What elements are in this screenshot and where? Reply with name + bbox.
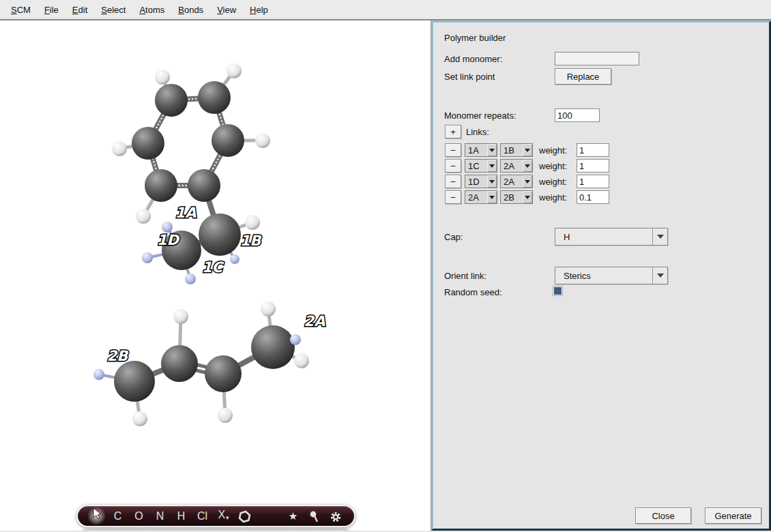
add-monomer-input[interactable] [555, 52, 639, 65]
cap-select[interactable]: H [555, 228, 668, 246]
link-hydrogen-atom [185, 274, 196, 284]
element-button-c[interactable]: C [107, 506, 128, 526]
link-from-select[interactable]: 1C [465, 159, 497, 173]
link-hydrogen-atom [93, 369, 104, 380]
link-from-select[interactable]: 1D [465, 175, 497, 188]
link-from-select[interactable]: 1A [465, 143, 497, 157]
chevron-down-icon[interactable] [523, 160, 532, 172]
carbon-atom [212, 124, 244, 157]
menu-file[interactable]: File [38, 1, 66, 18]
molecule-1[interactable]: 1A 1D 1B 1C [112, 63, 270, 284]
element-button-h[interactable]: H [171, 506, 192, 526]
hydrogen-atom [261, 301, 276, 316]
link-to-select[interactable]: 2A [500, 175, 533, 188]
generate-button[interactable]: Generate [705, 507, 761, 524]
carbon-atom [188, 169, 220, 202]
remove-link-button[interactable]: − [445, 175, 461, 188]
element-picker-button[interactable]: X▾ [213, 505, 234, 528]
element-button-n[interactable]: N [149, 506, 171, 526]
hydrogen-atom [132, 411, 147, 426]
hydrogen-atom [294, 353, 309, 368]
link-label-2B: 2B [107, 348, 130, 364]
molecule-2[interactable]: 2A 2B [93, 301, 325, 426]
chevron-down-icon[interactable] [487, 191, 497, 203]
link-to-value: 1B [501, 145, 523, 156]
link-from-select[interactable]: 2A [465, 190, 497, 204]
pointer-tool-icon[interactable] [86, 506, 107, 526]
menu-view[interactable]: View [210, 1, 243, 18]
replace-button[interactable]: Replace [555, 68, 611, 85]
carbon-atom [199, 213, 241, 256]
weight-input[interactable] [577, 159, 609, 173]
random-seed-checkbox[interactable] [553, 286, 562, 295]
links-label: Links: [466, 127, 489, 137]
link-to-select[interactable]: 2B [500, 190, 533, 204]
panel-title: Polymer builder [444, 33, 506, 43]
add-link-button[interactable]: + [445, 125, 461, 138]
hydrogen-atom [173, 309, 188, 324]
link-label-1B: 1B [240, 233, 263, 249]
hydrogen-atom [218, 408, 233, 423]
chevron-down-icon[interactable] [523, 191, 532, 203]
link-to-select[interactable]: 1B [500, 143, 533, 157]
add-monomer-label: Add monomer: [444, 54, 502, 64]
element-button-o[interactable]: O [128, 506, 149, 526]
element-button-cl[interactable]: Cl [192, 506, 213, 526]
chevron-down-icon[interactable] [652, 267, 667, 284]
menu-edit[interactable]: Edit [66, 1, 94, 18]
random-seed-label: Random seed: [444, 287, 502, 297]
carbon-atom [114, 361, 155, 402]
structures-star-icon[interactable]: ★ [282, 506, 304, 526]
hydrogen-atom [136, 209, 151, 224]
link-to-select[interactable]: 2A [500, 159, 533, 173]
weight-label: weight: [539, 145, 567, 156]
hydrogen-atom [245, 215, 260, 230]
link-label-2A: 2A [304, 313, 326, 329]
menu-atoms[interactable]: Atoms [132, 1, 171, 18]
link-hydrogen-atom [290, 334, 301, 345]
hydrogen-atom [255, 133, 270, 148]
carbon-atom [251, 325, 295, 369]
chevron-down-icon[interactable] [523, 175, 532, 188]
molecule-scene[interactable]: 1A 1D 1B 1C [0, 20, 431, 531]
pin-tool-icon[interactable] [304, 506, 325, 526]
polymer-builder-panel: Polymer builder Add monomer: Set link po… [431, 20, 771, 531]
weight-label: weight: [539, 177, 567, 187]
remove-link-button[interactable]: − [445, 159, 461, 173]
remove-link-button[interactable]: − [445, 190, 461, 204]
link-label-1C: 1C [202, 259, 224, 276]
molecule-viewport[interactable]: 1A 1D 1B 1C [0, 20, 431, 531]
link-label-1D: 1D [157, 232, 180, 248]
chevron-down-icon[interactable] [523, 144, 532, 156]
weight-input[interactable] [577, 143, 609, 157]
orient-link-value: Sterics [555, 271, 652, 281]
close-button[interactable]: Close [635, 507, 691, 524]
monomer-repeats-input[interactable] [555, 108, 600, 122]
link-hydrogen-atom [230, 254, 239, 264]
orient-link-select[interactable]: Sterics [555, 267, 668, 284]
link-hydrogen-atom [142, 252, 153, 263]
link-row: − 1D 2A weight: [433, 175, 769, 189]
weight-input[interactable] [577, 175, 609, 188]
chevron-down-icon[interactable] [487, 144, 497, 156]
chevron-down-icon[interactable] [487, 160, 497, 172]
cap-label: Cap: [444, 232, 463, 242]
ring-tool-icon[interactable] [234, 506, 255, 526]
weight-input[interactable] [577, 190, 609, 204]
carbon-atom [198, 81, 231, 114]
chevron-down-icon: ▾ [226, 514, 229, 521]
chevron-down-icon[interactable] [652, 228, 667, 245]
menu-scm[interactable]: SCM [4, 1, 38, 18]
menu-bonds[interactable]: Bonds [171, 1, 210, 18]
remove-link-button[interactable]: − [445, 143, 461, 157]
monomer-repeats-label: Monomer repeats: [444, 110, 517, 121]
toolbar-reflection [76, 529, 355, 531]
chevron-down-icon[interactable] [487, 175, 497, 188]
menu-select[interactable]: Select [94, 1, 132, 18]
menu-help[interactable]: Help [243, 1, 275, 18]
link-to-value: 2A [501, 177, 523, 187]
orient-link-label: Orient link: [444, 271, 486, 281]
gear-icon[interactable] [325, 506, 346, 526]
menu-bar: SCM File Edit Select Atoms Bonds View He… [0, 0, 771, 20]
carbon-atom [161, 345, 198, 382]
